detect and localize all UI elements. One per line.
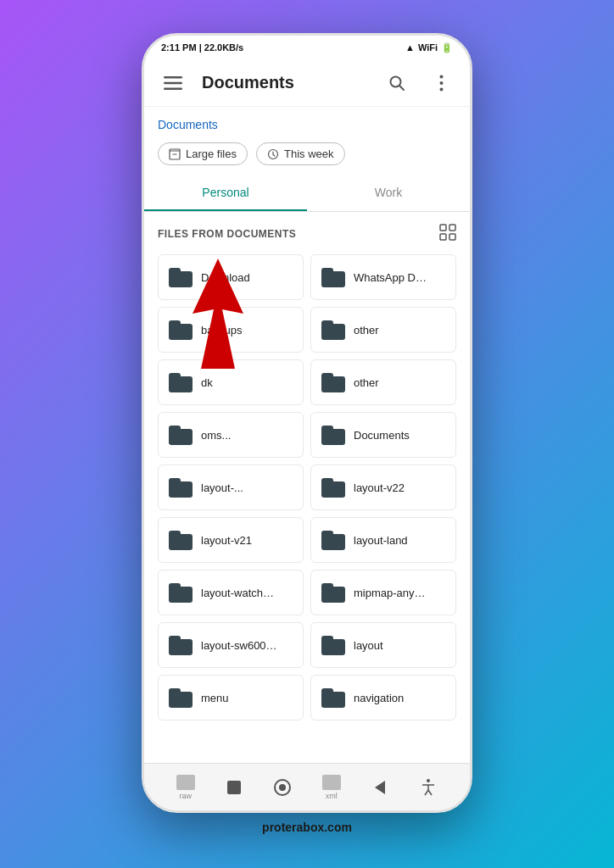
time-display: 2:11 PM | 22.0KB/s bbox=[161, 42, 243, 53]
large-files-filter[interactable]: Large files bbox=[158, 142, 248, 165]
list-item[interactable]: menu bbox=[158, 675, 304, 721]
accessibility-button[interactable] bbox=[413, 772, 444, 803]
folder-icon bbox=[321, 635, 345, 655]
svg-rect-11 bbox=[440, 234, 446, 240]
list-item[interactable]: backups bbox=[158, 307, 304, 353]
file-name: oms... bbox=[201, 429, 231, 442]
list-item[interactable]: navigation bbox=[310, 675, 456, 721]
list-item[interactable]: mipmap-anydpi... bbox=[310, 570, 456, 615]
folder-icon bbox=[321, 425, 345, 445]
tab-personal[interactable]: Personal bbox=[144, 175, 307, 211]
file-name: layout-v21 bbox=[201, 534, 252, 547]
folder-icon bbox=[321, 320, 345, 340]
phone-frame: 2:11 PM | 22.0KB/s ▲ WiFi 🔋 Documents bbox=[142, 33, 472, 813]
home-button[interactable] bbox=[267, 772, 298, 803]
filter-row: Large files This week bbox=[144, 139, 470, 175]
status-bar: 2:11 PM | 22.0KB/s ▲ WiFi 🔋 bbox=[144, 36, 470, 59]
folder-icon bbox=[169, 582, 193, 603]
folder-icon bbox=[321, 687, 345, 708]
svg-line-4 bbox=[399, 86, 404, 90]
file-name: dk bbox=[201, 376, 213, 389]
list-item[interactable]: oms... bbox=[158, 412, 304, 458]
svg-point-6 bbox=[439, 81, 443, 85]
breadcrumb: Documents bbox=[144, 107, 470, 139]
svg-point-17 bbox=[279, 784, 286, 791]
signal-icon: ▲ bbox=[405, 42, 415, 53]
app-title: Documents bbox=[202, 73, 368, 92]
svg-rect-2 bbox=[164, 87, 182, 90]
list-item[interactable]: other bbox=[310, 307, 456, 353]
menu-button[interactable] bbox=[158, 68, 188, 98]
file-name: layout-... bbox=[201, 481, 243, 494]
content-area: Documents Large files This week bbox=[144, 107, 470, 763]
file-name: navigation bbox=[354, 692, 404, 704]
folder-icon bbox=[321, 267, 345, 287]
status-right: ▲ WiFi 🔋 bbox=[405, 42, 453, 53]
folder-icon bbox=[169, 372, 193, 392]
file-name: mipmap-anydpi... bbox=[354, 587, 430, 599]
svg-rect-9 bbox=[440, 225, 446, 231]
file-name: Documents bbox=[354, 429, 410, 442]
list-item[interactable]: layout-watch-v20 bbox=[158, 570, 304, 615]
folder-icon bbox=[169, 320, 193, 340]
list-item[interactable]: Download bbox=[158, 254, 304, 300]
more-button[interactable] bbox=[426, 68, 456, 98]
bottom-nav: raw xml bbox=[144, 763, 470, 810]
file-name: layout-v22 bbox=[354, 481, 405, 494]
list-item[interactable]: layout-v21 bbox=[158, 517, 304, 563]
tab-work[interactable]: Work bbox=[307, 175, 470, 211]
status-left: 2:11 PM | 22.0KB/s bbox=[161, 42, 243, 53]
svg-rect-0 bbox=[164, 76, 182, 79]
file-name: other bbox=[354, 376, 379, 389]
file-name: other bbox=[354, 324, 379, 337]
xml-nav-item[interactable]: xml bbox=[316, 772, 347, 803]
list-item[interactable]: layout-... bbox=[158, 465, 304, 510]
svg-point-19 bbox=[427, 779, 430, 782]
list-item[interactable]: other bbox=[310, 359, 456, 405]
svg-marker-18 bbox=[375, 781, 385, 794]
folder-icon bbox=[321, 372, 345, 392]
section-header: FILES FROM DOCUMENTS bbox=[144, 212, 470, 251]
svg-line-22 bbox=[425, 790, 428, 795]
list-item[interactable]: WhatsApp Doc... bbox=[310, 254, 456, 300]
stop-button[interactable] bbox=[219, 772, 249, 803]
folder-icon bbox=[169, 477, 193, 498]
list-item[interactable]: dk bbox=[158, 359, 304, 405]
folder-icon bbox=[321, 582, 345, 603]
file-name: layout-sw600d... bbox=[201, 639, 277, 652]
svg-rect-10 bbox=[449, 225, 455, 231]
list-item[interactable]: layout-land bbox=[310, 517, 456, 563]
svg-rect-12 bbox=[449, 234, 455, 240]
raw-nav-item[interactable]: raw bbox=[170, 772, 201, 803]
folder-icon bbox=[169, 425, 193, 445]
svg-rect-1 bbox=[164, 81, 182, 84]
list-item[interactable]: Documents bbox=[310, 412, 456, 458]
section-title: FILES FROM DOCUMENTS bbox=[158, 228, 296, 240]
this-week-label: This week bbox=[284, 147, 334, 160]
back-button[interactable] bbox=[365, 772, 395, 803]
svg-point-5 bbox=[439, 75, 443, 78]
svg-line-23 bbox=[428, 790, 432, 795]
file-name: layout-land bbox=[354, 534, 408, 547]
file-name: layout-watch-v20 bbox=[201, 587, 277, 599]
svg-rect-15 bbox=[227, 781, 241, 794]
list-item[interactable]: layout bbox=[310, 622, 456, 668]
folder-icon bbox=[321, 477, 345, 498]
folder-icon bbox=[321, 530, 345, 550]
view-toggle-button[interactable] bbox=[439, 224, 456, 244]
battery-icon: 🔋 bbox=[441, 42, 453, 53]
search-button[interactable] bbox=[382, 68, 412, 98]
list-item[interactable]: layout-sw600d... bbox=[158, 622, 304, 668]
list-item[interactable]: layout-v22 bbox=[310, 465, 456, 510]
folder-icon bbox=[169, 267, 193, 287]
this-week-filter[interactable]: This week bbox=[256, 142, 345, 165]
file-name: backups bbox=[201, 324, 242, 337]
tabs-row: Personal Work bbox=[144, 175, 470, 212]
watermark: proterabox.com bbox=[262, 821, 352, 834]
folder-icon bbox=[169, 530, 193, 550]
breadcrumb-text[interactable]: Documents bbox=[158, 118, 218, 131]
file-name: menu bbox=[201, 692, 229, 704]
files-grid: Download WhatsApp Doc... backups other bbox=[144, 251, 470, 724]
file-name: WhatsApp Doc... bbox=[354, 271, 430, 284]
large-files-label: Large files bbox=[186, 147, 237, 160]
